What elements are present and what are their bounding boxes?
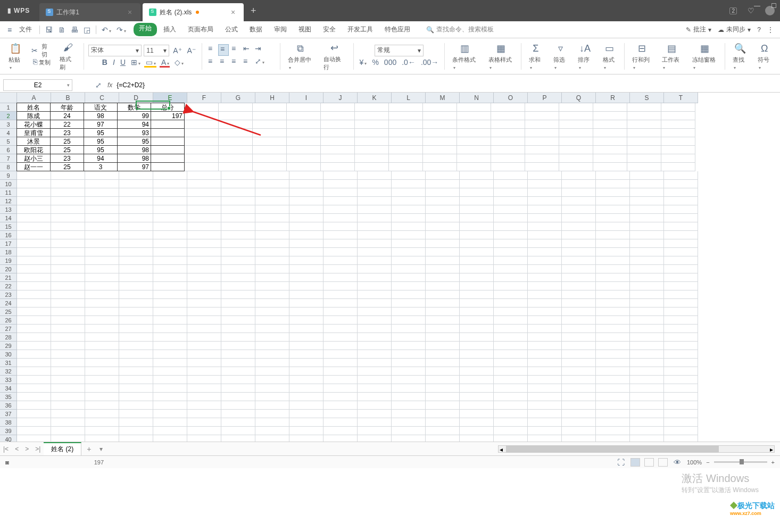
row-header[interactable]: 8 bbox=[0, 163, 17, 171]
cell[interactable] bbox=[596, 282, 630, 290]
cell[interactable] bbox=[664, 333, 698, 342]
cell[interactable] bbox=[627, 154, 661, 163]
cell[interactable] bbox=[596, 418, 630, 427]
cell[interactable] bbox=[85, 205, 119, 214]
cell[interactable] bbox=[17, 410, 51, 418]
cell[interactable] bbox=[630, 180, 664, 188]
cell[interactable] bbox=[460, 205, 494, 214]
cell[interactable] bbox=[664, 393, 698, 401]
cell[interactable] bbox=[17, 205, 51, 214]
cell[interactable] bbox=[119, 418, 153, 427]
cell[interactable] bbox=[219, 129, 253, 137]
row-header[interactable]: 37 bbox=[0, 410, 17, 418]
orientation-icon[interactable]: ⤢ bbox=[253, 57, 264, 69]
cell[interactable] bbox=[528, 393, 562, 401]
cell[interactable] bbox=[593, 163, 627, 171]
cell[interactable] bbox=[596, 273, 630, 282]
cell[interactable] bbox=[221, 435, 255, 442]
cell[interactable] bbox=[119, 376, 153, 384]
cell[interactable] bbox=[392, 205, 426, 214]
sheet-tab-active[interactable]: 姓名 (2) bbox=[44, 442, 81, 455]
cell[interactable] bbox=[358, 231, 392, 239]
cell[interactable] bbox=[255, 418, 289, 427]
cell[interactable] bbox=[119, 222, 153, 231]
cell[interactable] bbox=[51, 410, 85, 418]
cell[interactable] bbox=[221, 265, 255, 273]
cell[interactable] bbox=[219, 137, 253, 146]
row-header[interactable]: 31 bbox=[0, 359, 17, 367]
cell[interactable] bbox=[460, 171, 494, 180]
cell[interactable] bbox=[255, 401, 289, 410]
cell[interactable] bbox=[562, 333, 596, 342]
cell[interactable]: 94 bbox=[117, 120, 151, 129]
cell[interactable] bbox=[426, 214, 460, 222]
cell[interactable] bbox=[630, 359, 664, 367]
cell[interactable] bbox=[494, 384, 528, 393]
cell[interactable] bbox=[630, 290, 664, 299]
cell[interactable] bbox=[528, 265, 562, 273]
annotate-button[interactable]: ✎ 批注 ▾ bbox=[686, 25, 711, 34]
row-header[interactable]: 38 bbox=[0, 418, 17, 427]
table-style-button[interactable]: ▦表格样式 bbox=[485, 41, 517, 71]
cell[interactable] bbox=[562, 325, 596, 333]
fill-color-icon[interactable]: ▭ bbox=[144, 58, 157, 66]
cell[interactable] bbox=[661, 103, 695, 112]
cell[interactable] bbox=[119, 180, 153, 188]
cell[interactable] bbox=[562, 376, 596, 384]
cell[interactable] bbox=[85, 307, 119, 316]
cell[interactable] bbox=[221, 376, 255, 384]
cell[interactable] bbox=[85, 248, 119, 256]
cell[interactable] bbox=[596, 171, 630, 180]
cell[interactable] bbox=[392, 222, 426, 231]
notification-badge[interactable]: 2 bbox=[729, 7, 737, 14]
cell[interactable] bbox=[392, 307, 426, 316]
cell[interactable] bbox=[494, 393, 528, 401]
cell[interactable] bbox=[525, 129, 559, 137]
cell[interactable] bbox=[187, 435, 221, 442]
cell[interactable] bbox=[528, 376, 562, 384]
cell[interactable] bbox=[221, 359, 255, 367]
cell[interactable] bbox=[119, 214, 153, 222]
cell[interactable] bbox=[323, 325, 358, 333]
cell[interactable] bbox=[426, 376, 460, 384]
percent-icon[interactable]: % bbox=[370, 58, 380, 66]
cell[interactable] bbox=[187, 316, 221, 325]
cell[interactable] bbox=[664, 307, 698, 316]
cell[interactable]: 陈成 bbox=[16, 111, 51, 120]
cell[interactable] bbox=[221, 418, 255, 427]
cell[interactable] bbox=[525, 163, 559, 171]
cell[interactable] bbox=[187, 290, 221, 299]
cell[interactable] bbox=[661, 112, 695, 120]
cell[interactable] bbox=[426, 265, 460, 273]
cell[interactable] bbox=[219, 103, 253, 112]
cell[interactable] bbox=[627, 112, 661, 120]
cell[interactable] bbox=[289, 427, 323, 435]
cell[interactable] bbox=[528, 350, 562, 359]
cell[interactable] bbox=[528, 367, 562, 376]
undo-button[interactable]: ↶ bbox=[99, 24, 113, 35]
row-header[interactable]: 1 bbox=[0, 103, 17, 112]
cell[interactable] bbox=[661, 120, 695, 129]
print-preview-icon[interactable]: ◲ bbox=[81, 24, 93, 35]
cell[interactable]: 25 bbox=[50, 137, 84, 146]
cell[interactable] bbox=[426, 401, 460, 410]
cell[interactable] bbox=[153, 384, 187, 393]
cell[interactable] bbox=[255, 307, 289, 316]
cell[interactable] bbox=[426, 350, 460, 359]
cell[interactable] bbox=[596, 248, 630, 256]
cell[interactable] bbox=[85, 222, 119, 231]
cell[interactable] bbox=[323, 188, 358, 197]
cell[interactable] bbox=[392, 290, 426, 299]
sheet-next-icon[interactable]: > bbox=[22, 445, 32, 453]
cell[interactable] bbox=[664, 435, 698, 442]
row-header[interactable]: 27 bbox=[0, 325, 17, 333]
cell[interactable] bbox=[559, 163, 593, 171]
cell[interactable] bbox=[187, 265, 221, 273]
cell[interactable] bbox=[664, 197, 698, 205]
cell[interactable] bbox=[528, 222, 562, 231]
cell[interactable] bbox=[426, 282, 460, 290]
cell[interactable] bbox=[423, 103, 457, 112]
cell[interactable] bbox=[17, 239, 51, 248]
name-box[interactable]: E2 bbox=[3, 79, 72, 91]
cell[interactable] bbox=[153, 410, 187, 418]
